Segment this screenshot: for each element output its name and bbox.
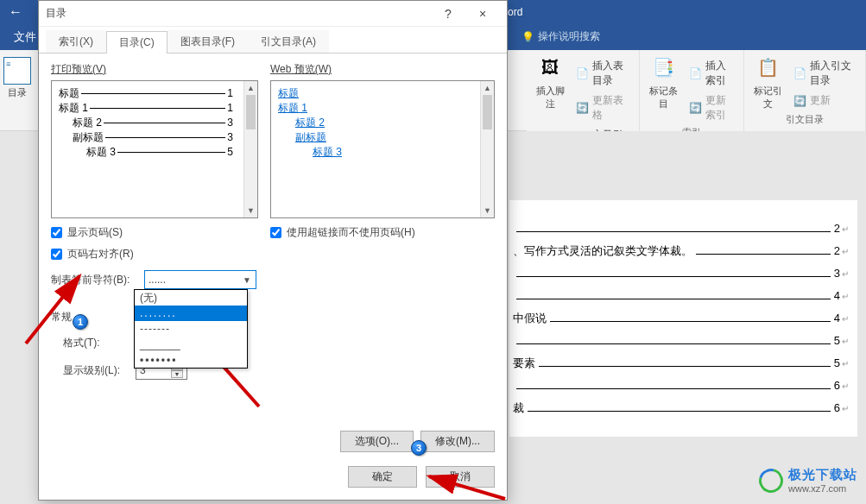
- tab-figures[interactable]: 图表目录(F): [168, 30, 248, 53]
- web-toc-line: 标题 3: [278, 145, 487, 160]
- auth-icon: 📄: [793, 67, 806, 79]
- right-align-input[interactable]: [51, 249, 62, 260]
- toc-label: 目录: [8, 86, 27, 99]
- scroll-thumb[interactable]: [246, 95, 256, 129]
- document-toc-line: 4↵: [513, 285, 849, 307]
- paragraph-mark-icon: ↵: [842, 288, 849, 306]
- toc-text: 副标题: [73, 130, 104, 145]
- use-hyperlinks-checkbox[interactable]: 使用超链接而不使用页码(H): [270, 225, 495, 240]
- tab-toc[interactable]: 目录(C): [106, 31, 168, 54]
- web-toc-link[interactable]: 标题 3: [313, 146, 342, 158]
- toc-leader: [90, 108, 225, 109]
- doc-leader: [539, 356, 831, 367]
- dialog-titlebar[interactable]: 目录 ? ×: [39, 1, 507, 27]
- tab-index[interactable]: 索引(X): [46, 30, 106, 53]
- dropdown-item-dots[interactable]: ........: [135, 306, 247, 321]
- index-group: 📑 标记条目 📄插入索引 🔄更新索引 索引: [640, 50, 744, 131]
- use-hyperlinks-input[interactable]: [270, 227, 281, 238]
- doc-leader: [550, 311, 831, 322]
- tell-me-search[interactable]: 💡 操作说明搜索: [521, 29, 600, 44]
- citation-group: 📋 标记引文 📄插入引文目录 🔄更新 引文目录: [744, 50, 866, 131]
- show-page-numbers-input[interactable]: [51, 227, 62, 238]
- doc-page-number: 5: [834, 352, 840, 375]
- dropdown-item-dashes[interactable]: -------: [135, 321, 247, 337]
- insert-table-toc-label: 插入表目录: [592, 59, 630, 88]
- toc-page-number: 3: [227, 117, 233, 129]
- toc-leader: [105, 137, 225, 138]
- web-toc-link[interactable]: 标题: [278, 87, 299, 99]
- update-authorities-button[interactable]: 🔄更新: [792, 91, 858, 110]
- index-icon: 📄: [689, 67, 702, 79]
- caption-group: 🖼 插入脚注 📄插入表目录 🔄更新表格 🔗交叉引用 题注: [527, 50, 640, 131]
- scroll-down-icon[interactable]: ▼: [481, 204, 494, 217]
- doc-leader: [528, 400, 831, 412]
- right-align-label: 页码右对齐(R): [67, 247, 134, 261]
- right-align-checkbox[interactable]: 页码右对齐(R): [51, 247, 258, 261]
- tell-me-label: 操作说明搜索: [538, 29, 600, 44]
- dropdown-item-bold-dots[interactable]: •••••••: [135, 352, 247, 368]
- show-page-numbers-label: 显示页码(S): [67, 225, 123, 240]
- scroll-up-icon[interactable]: ▲: [481, 81, 494, 95]
- toc-text: 标题 2: [73, 116, 102, 130]
- mark-citation-button[interactable]: 📋 标记引文: [751, 54, 785, 111]
- use-hyperlinks-label: 使用超链接而不使用页码(H): [287, 225, 415, 240]
- toc-icon[interactable]: ≡: [3, 57, 31, 85]
- ok-button[interactable]: 确定: [348, 466, 417, 488]
- paragraph-mark-icon: ↵: [842, 333, 849, 350]
- insert-authorities-button[interactable]: 📄插入引文目录: [792, 57, 858, 90]
- doc-page-number: 4: [834, 307, 840, 330]
- tab-authorities[interactable]: 引文目录(A): [248, 30, 329, 53]
- tab-leader-combobox[interactable]: ...... ▼: [144, 270, 256, 289]
- mark-entry-button[interactable]: 📑 标记条目: [647, 54, 680, 124]
- mark-entry-label: 标记条目: [647, 85, 680, 110]
- scroll-down-icon[interactable]: ▼: [244, 204, 257, 217]
- options-button[interactable]: 选项(O)...: [340, 431, 414, 452]
- update-index-label: 更新索引: [705, 93, 735, 123]
- tab-leader-dropdown[interactable]: (无) ........ ------- _______ •••••••: [134, 289, 248, 369]
- doc-leader: [516, 333, 831, 344]
- insert-table-toc-button[interactable]: 📄插入表目录: [574, 57, 632, 90]
- modify-button[interactable]: 修改(M)...: [420, 431, 495, 452]
- update-table-button[interactable]: 🔄更新表格: [574, 91, 632, 124]
- doc-leader: [516, 378, 831, 389]
- web-toc-link[interactable]: 副标题: [295, 131, 326, 143]
- print-toc-line: 副标题3: [59, 130, 250, 145]
- cancel-button[interactable]: 取消: [426, 466, 495, 488]
- toc-leader: [117, 152, 225, 153]
- toc-page-number: 5: [227, 146, 233, 158]
- document-toc-line: 中假说4↵: [513, 307, 849, 330]
- toc-dialog: 目录 ? × 索引(X) 目录(C) 图表目录(F) 引文目录(A) 打印预览(…: [38, 0, 508, 501]
- print-toc-line: 标题 23: [59, 116, 250, 130]
- refresh-icon: 🔄: [793, 95, 806, 107]
- dropdown-item-none[interactable]: (无): [135, 290, 247, 306]
- spinner-down-icon[interactable]: ▼: [171, 370, 183, 378]
- web-toc-link[interactable]: 标题 2: [295, 117, 325, 129]
- doc-page-number: 5: [834, 330, 840, 352]
- insert-auth-label: 插入引文目录: [810, 59, 857, 88]
- back-button[interactable]: ←: [0, 0, 31, 24]
- paragraph-mark-icon: ↵: [842, 266, 849, 283]
- dropdown-item-underline[interactable]: _______: [135, 337, 247, 352]
- web-toc-line: 标题 2: [278, 116, 487, 130]
- paragraph-mark-icon: ↵: [842, 243, 849, 261]
- doc-page-number: 6: [834, 397, 840, 419]
- update-table-label: 更新表格: [592, 93, 630, 123]
- tab-leader-value: ......: [149, 274, 166, 286]
- help-button[interactable]: ?: [431, 2, 465, 26]
- close-button[interactable]: ×: [465, 2, 500, 26]
- update-index-button[interactable]: 🔄更新索引: [687, 91, 736, 124]
- web-preview-scrollbar[interactable]: ▲ ▼: [480, 81, 494, 217]
- insert-index-button[interactable]: 📄插入索引: [687, 57, 736, 90]
- scroll-up-icon[interactable]: ▲: [244, 81, 257, 95]
- document-toc-line: 6↵: [513, 375, 849, 397]
- web-toc-link[interactable]: 标题 1: [278, 102, 307, 114]
- show-page-numbers-checkbox[interactable]: 显示页码(S): [51, 225, 258, 240]
- toc-text: 标题: [59, 86, 79, 101]
- bulb-icon: 💡: [521, 31, 534, 43]
- scroll-thumb[interactable]: [483, 95, 492, 129]
- format-label: 格式(T):: [63, 336, 129, 350]
- annotation-badge-3: 3: [411, 440, 427, 456]
- doc-text: 裁: [513, 397, 524, 419]
- print-preview-scrollbar[interactable]: ▲ ▼: [243, 81, 257, 217]
- toc-page-number: 3: [227, 131, 233, 143]
